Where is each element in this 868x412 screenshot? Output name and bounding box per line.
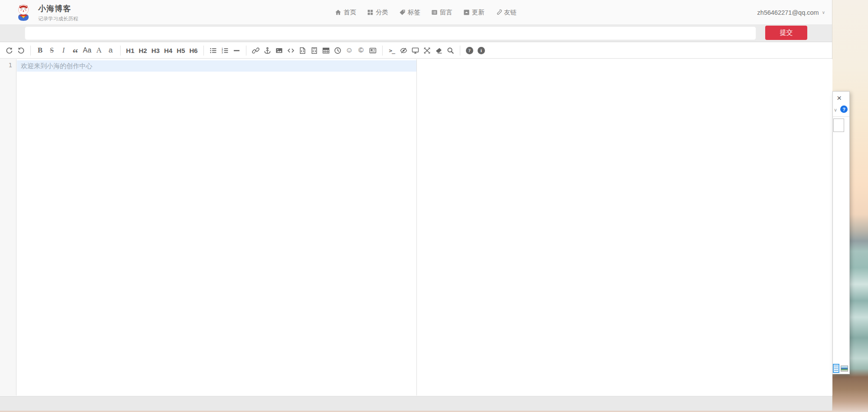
tool-hr-icon[interactable] [231,43,242,58]
markdown-editor: 1 欢迎来到小海的创作中心 [0,59,832,396]
header: 小海博客 记录学习成长历程 首页分类标签留言更新友链 zh56462271@qq… [0,0,832,25]
tool-preformatted-text-icon[interactable] [297,43,308,58]
nav-item-label: 更新 [472,8,485,16]
toolbar-separator [460,46,460,56]
toolbar-separator [30,46,31,56]
nav-item-categories[interactable]: 分类 [367,8,388,16]
editor-placeholder-text[interactable]: 欢迎来到小海的创作中心 [21,62,92,70]
preview-pane [417,59,832,396]
toolbar-separator [246,46,246,56]
help-icon[interactable]: ? [840,105,848,113]
tool-fullscreen-icon[interactable] [421,43,433,58]
tool-image-icon[interactable] [273,43,285,58]
tool-datetime-icon[interactable] [332,43,344,58]
toolbar-separator [382,46,383,56]
tool-list-ol-icon[interactable]: 123 [219,43,231,58]
updates-icon [463,9,470,16]
info-icon: i [478,47,485,54]
header-nav: 首页分类标签留言更新友链 [335,0,517,25]
tool-reference-link-icon[interactable] [262,43,273,58]
tool-lowercase-button[interactable]: a [105,43,117,58]
help-icon: ? [466,47,473,54]
tool-ucwords-button[interactable]: Aa [81,43,93,58]
tool-link-icon[interactable] [250,43,262,58]
nav-item-comments[interactable]: 留言 [431,8,452,16]
tag-icon [399,9,406,16]
popup-panel: × ∨ ? [832,91,850,374]
tool-search-icon[interactable] [445,43,456,58]
tool-code-block-icon[interactable] [308,43,320,58]
tool-strikethrough-button[interactable]: S [46,43,58,58]
tool-code-icon[interactable] [285,43,297,58]
user-menu[interactable]: zh56462271@qq.com ∨ [757,0,825,25]
tool-uppercase-button[interactable]: A [93,43,105,58]
nav-item-friend-links[interactable]: 友链 [495,8,517,16]
nav-item-label: 友链 [504,8,517,16]
tool-pagebreak-icon[interactable] [367,43,379,58]
tool-h4-button[interactable]: H4 [162,43,174,58]
tool-h3-button[interactable]: H3 [149,43,162,58]
article-title-input[interactable] [25,26,756,40]
tool-preview-icon[interactable] [409,43,421,58]
nav-item-updates[interactable]: 更新 [463,8,485,16]
site-subtitle: 记录学习成长历程 [38,16,78,22]
popup-list-view-button[interactable] [833,364,839,373]
user-email: zh56462271@qq.com [757,9,819,16]
tool-html-entities-button[interactable]: © [355,43,367,58]
popup-divider [833,116,849,117]
tool-h5-button[interactable]: H5 [174,43,187,58]
tool-bold-button[interactable]: B [34,43,46,58]
home-icon [335,9,341,16]
tool-clear-icon[interactable] [433,43,445,58]
tool-goto-line-button[interactable]: >_ [386,43,398,58]
tool-info-icon[interactable]: i [475,43,487,58]
chevron-down-icon[interactable]: ∨ [834,107,837,113]
site-title[interactable]: 小海博客 [38,3,78,14]
compose-title-row: 提交 [0,25,832,42]
tool-h2-button[interactable]: H2 [137,43,149,58]
toolbar-separator [203,46,204,56]
toolbar-separator [120,46,121,56]
tool-italic-button[interactable]: I [58,43,69,58]
nav-item-home[interactable]: 首页 [335,8,356,16]
svg-text:3: 3 [222,51,223,53]
nav-item-label: 首页 [344,8,356,16]
close-icon[interactable]: × [837,93,842,103]
nav-item-label: 留言 [440,8,452,16]
page-footer [0,396,832,411]
mascot-icon [14,3,33,22]
categories-icon [367,9,373,16]
nav-item-label: 标签 [408,8,420,16]
chevron-down-icon: ∨ [822,10,825,15]
site-logo-avatar[interactable] [14,3,33,22]
line-number-gutter: 1 [0,59,16,396]
tool-list-ul-icon[interactable] [207,43,219,58]
tool-table-icon[interactable] [320,43,332,58]
editor-toolbar: BSI“AaAaH1H2H3H4H5H6123☺©>_?i [0,43,832,59]
nav-item-tag[interactable]: 标签 [399,8,420,16]
active-line-highlight[interactable]: 欢迎来到小海的创作中心 [17,60,416,72]
tool-emoji-button[interactable]: ☺ [344,43,355,58]
site-meta: 小海博客 记录学习成长历程 [38,3,78,22]
page: 小海博客 记录学习成长历程 首页分类标签留言更新友链 zh56462271@qq… [0,0,868,412]
tool-watch-icon[interactable] [398,43,409,58]
line-number: 1 [0,62,12,69]
popup-input[interactable] [833,119,844,132]
tool-undo-icon[interactable] [3,43,15,58]
tool-h6-button[interactable]: H6 [187,43,200,58]
tool-quote-button[interactable]: “ [69,43,81,58]
comments-icon [431,9,438,16]
tool-redo-icon[interactable] [15,43,27,58]
tool-help-icon[interactable]: ? [464,43,475,58]
tool-h1-button[interactable]: H1 [124,43,137,58]
nav-item-label: 分类 [376,8,388,16]
popup-image-view-button[interactable] [841,366,848,372]
app-column: 小海博客 记录学习成长历程 首页分类标签留言更新友链 zh56462271@qq… [0,0,832,411]
submit-button[interactable]: 提交 [765,26,807,40]
friend-links-icon [495,9,502,16]
